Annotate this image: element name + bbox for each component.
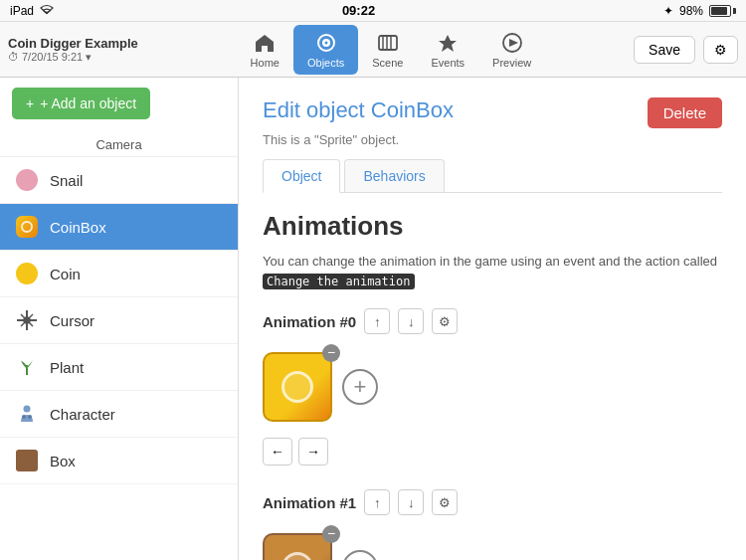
sidebar-item-coin[interactable]: Coin <box>0 251 238 297</box>
animation-block-1: Animation #1 ↑ ↓ ⚙ − + ← → <box>263 489 722 560</box>
nav-scene-label: Scene <box>372 57 403 69</box>
animation-header-0: Animation #0 ↑ ↓ ⚙ <box>263 308 722 334</box>
svg-point-16 <box>22 415 26 419</box>
content-header: Edit object CoinBox Delete <box>263 97 722 128</box>
anim-down-button-0[interactable]: ↓ <box>398 308 424 334</box>
frame-1-0: − <box>263 533 332 560</box>
sidebar-item-snail[interactable]: Snail <box>0 157 238 204</box>
nav-home-label: Home <box>251 57 280 69</box>
bluetooth-icon: ✦ <box>663 4 673 18</box>
svg-point-17 <box>28 415 32 419</box>
nav-home[interactable]: Home <box>237 25 293 75</box>
main-layout: + + Add an object Camera Snail CoinBox <box>0 78 746 560</box>
anim-down-button-1[interactable]: ↓ <box>398 489 424 515</box>
frame-0-0: − <box>263 352 332 422</box>
events-icon <box>436 31 460 55</box>
toolbar-actions: Save ⚙ <box>634 36 738 64</box>
plant-icon <box>14 354 40 380</box>
sidebar: + + Add an object Camera Snail CoinBox <box>0 78 239 560</box>
tab-object[interactable]: Object <box>263 159 340 193</box>
add-object-button[interactable]: + + Add an object <box>12 88 150 119</box>
app-title-section: Coin Digger Example ⏱ 7/20/15 9:21 ▾ <box>8 36 148 64</box>
svg-marker-9 <box>509 39 518 47</box>
snail-icon <box>14 167 40 193</box>
edit-label: Edit object <box>263 97 371 122</box>
animation-header-1: Animation #1 ↑ ↓ ⚙ <box>263 489 722 515</box>
nav-objects-label: Objects <box>307 57 344 69</box>
content-area: Edit object CoinBox Delete This is a "Sp… <box>239 78 746 560</box>
sidebar-item-label-cursor: Cursor <box>50 312 94 329</box>
sidebar-item-label-coin: Coin <box>50 266 81 282</box>
sidebar-item-label-box: Box <box>50 453 76 469</box>
frame-remove-button-0[interactable]: − <box>322 344 340 362</box>
animations-description: You can change the animation in the game… <box>263 252 722 290</box>
sidebar-item-cursor[interactable]: Cursor <box>0 297 238 344</box>
animations-title: Animations <box>263 211 722 242</box>
battery-icon <box>709 5 736 17</box>
animation-frames-0: − + <box>263 344 722 430</box>
wifi-icon <box>40 3 54 18</box>
animation-label-0: Animation #0 <box>263 313 356 330</box>
app-date-value: 7/20/15 9:21 <box>22 51 83 63</box>
save-button[interactable]: Save <box>634 36 695 64</box>
frame-remove-button-1[interactable]: − <box>322 525 340 543</box>
add-frame-button-1[interactable]: + <box>342 550 378 560</box>
object-name: CoinBox <box>371 97 454 122</box>
nav-events[interactable]: Events <box>417 25 478 75</box>
tabs-container: Object Behaviors <box>263 159 722 193</box>
animation-label-1: Animation #1 <box>263 494 356 511</box>
nav-objects[interactable]: Objects <box>293 25 358 75</box>
date-dropdown-icon[interactable]: ▾ <box>86 51 92 64</box>
add-object-label: + Add an object <box>40 95 136 111</box>
add-frame-button-0[interactable]: + <box>342 369 378 405</box>
animation-code: Change the animation <box>263 274 415 289</box>
app-title: Coin Digger Example <box>8 36 138 51</box>
frame-thumbnail-0-gold[interactable] <box>263 352 332 422</box>
tab-behaviors[interactable]: Behaviors <box>344 159 444 192</box>
sidebar-item-label-snail: Snail <box>50 172 83 189</box>
sidebar-camera-header: Camera <box>0 129 238 157</box>
anim-settings-button-0[interactable]: ⚙ <box>432 308 458 334</box>
svg-rect-3 <box>379 36 397 50</box>
coin-icon <box>14 261 40 286</box>
sidebar-item-coinbox[interactable]: CoinBox <box>0 204 238 251</box>
coinbox-icon <box>14 214 40 240</box>
plus-icon: + <box>26 95 34 111</box>
nav-scene[interactable]: Scene <box>358 25 417 75</box>
objects-icon <box>314 31 338 55</box>
edit-title: Edit object CoinBox <box>263 97 454 123</box>
frame-circle-inner <box>281 371 313 403</box>
nav-preview-label: Preview <box>492 57 531 69</box>
status-bar: iPad 09:22 ✦ 98% <box>0 0 746 22</box>
cursor-icon <box>14 307 40 333</box>
home-icon <box>253 31 277 55</box>
frame-thumbnail-1-brown[interactable] <box>263 533 332 560</box>
time-display: 09:22 <box>342 3 375 18</box>
scene-icon <box>376 31 400 55</box>
delete-button[interactable]: Delete <box>648 97 722 128</box>
svg-marker-7 <box>439 35 457 52</box>
sidebar-item-label-coinbox: CoinBox <box>50 219 106 236</box>
nav-preview[interactable]: Preview <box>478 25 545 75</box>
anim-settings-button-1[interactable]: ⚙ <box>432 489 458 515</box>
settings-button[interactable]: ⚙ <box>703 36 738 64</box>
gear-icon: ⚙ <box>714 42 727 58</box>
sidebar-item-label-character: Character <box>50 406 115 423</box>
box-icon <box>14 448 40 473</box>
frame-next-button-0[interactable]: → <box>298 438 328 466</box>
sidebar-item-character[interactable]: Character <box>0 391 238 438</box>
sidebar-item-plant[interactable]: Plant <box>0 344 238 391</box>
clock-icon: ⏱ <box>8 51 19 63</box>
frame-prev-button-0[interactable]: ← <box>263 438 292 466</box>
nav-events-label: Events <box>431 57 465 69</box>
sidebar-item-box[interactable]: Box <box>0 438 238 484</box>
svg-point-2 <box>324 41 327 44</box>
device-label: iPad <box>10 4 34 18</box>
frame-circle-inner-1 <box>281 552 313 560</box>
anim-up-button-0[interactable]: ↑ <box>364 308 390 334</box>
character-icon <box>14 401 40 427</box>
toolbar-nav: Home Objects Scene Events Preview <box>148 25 634 75</box>
toolbar: Coin Digger Example ⏱ 7/20/15 9:21 ▾ Hom… <box>0 22 746 78</box>
anim-up-button-1[interactable]: ↑ <box>364 489 390 515</box>
animation-block-0: Animation #0 ↑ ↓ ⚙ − + ← → <box>263 308 722 466</box>
